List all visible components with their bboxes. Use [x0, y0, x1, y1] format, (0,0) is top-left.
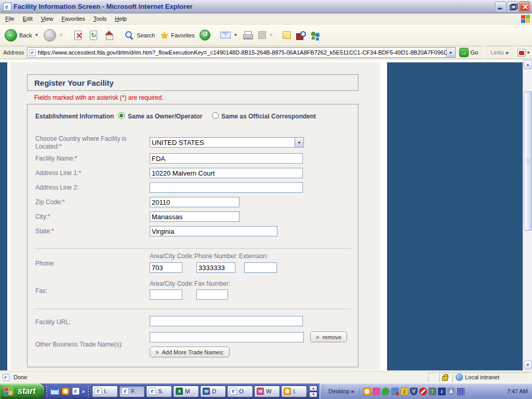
- forward-button[interactable]: ▼: [41, 26, 65, 45]
- scroll-down-icon[interactable]: ▼: [524, 361, 532, 369]
- phone-area-code-input[interactable]: [150, 262, 182, 273]
- quick-launch-clock-button[interactable]: [60, 385, 71, 397]
- task-button-1[interactable]: I.: [92, 385, 118, 397]
- task-button-8[interactable]: I.: [281, 385, 307, 397]
- phone-number-input[interactable]: [196, 262, 235, 273]
- country-dropdown-icon[interactable]: ▼: [295, 138, 303, 147]
- show-desktop-button[interactable]: [50, 385, 60, 397]
- history-button[interactable]: [197, 26, 213, 45]
- back-button[interactable]: Back ▼: [2, 26, 41, 45]
- zip-code-input[interactable]: [150, 197, 240, 207]
- discuss-button[interactable]: [280, 26, 294, 45]
- menu-help[interactable]: Help: [111, 15, 131, 23]
- mail-dropdown-icon[interactable]: ▼: [233, 33, 237, 37]
- taskband-scroll-up-icon[interactable]: ▲: [309, 385, 317, 391]
- address-url: https://www.accesstest.fda.gov/drlm/drlm…: [37, 49, 446, 56]
- page-viewport: Register Your Facility Fields marked wit…: [0, 59, 532, 370]
- refresh-button[interactable]: [86, 26, 101, 45]
- ie-window-icon[interactable]: [3, 3, 11, 11]
- trade-name-input[interactable]: [150, 332, 304, 342]
- menu-tools[interactable]: Tools: [89, 15, 111, 23]
- tray-clock-icon[interactable]: [363, 388, 371, 395]
- back-dropdown-icon[interactable]: ▼: [34, 33, 38, 37]
- tray-update-icon[interactable]: [429, 388, 436, 395]
- start-button[interactable]: start: [0, 383, 44, 399]
- toolbar-separator: [215, 28, 216, 43]
- address-bar: Address https://www.accesstest.fda.gov/d…: [0, 46, 532, 59]
- state-input[interactable]: [150, 226, 277, 236]
- address-dropdown-icon[interactable]: ▼: [446, 48, 455, 57]
- vertical-scrollbar[interactable]: ▲ ▼: [523, 59, 532, 370]
- menu-view[interactable]: View: [37, 15, 58, 23]
- mail-icon: [220, 32, 231, 38]
- desktop-chevron-icon[interactable]: »: [351, 388, 354, 394]
- links-chevron-icon[interactable]: »: [506, 49, 509, 56]
- taskband-grip[interactable]: [87, 385, 90, 397]
- forward-dropdown-icon: ▼: [59, 33, 63, 37]
- quick-launch-chevron-icon[interactable]: »: [81, 389, 86, 394]
- adobe-pdf-icon[interactable]: [517, 49, 526, 57]
- desktop-toolbar-grip[interactable]: [322, 385, 325, 397]
- task-button-2-active[interactable]: F.: [119, 385, 145, 397]
- tray-info-icon[interactable]: [438, 388, 446, 395]
- start-label: start: [18, 387, 36, 396]
- taskband-scroll-control[interactable]: ▲ ▼: [309, 385, 317, 397]
- taskband-scroll-down-icon[interactable]: ▼: [309, 392, 317, 397]
- tray-key-icon[interactable]: [401, 388, 408, 395]
- menu-file[interactable]: File: [1, 15, 19, 23]
- country-select[interactable]: UNITED STATES ▼: [150, 137, 304, 148]
- print-button[interactable]: [240, 26, 256, 45]
- quick-launch-grip[interactable]: [46, 385, 48, 397]
- search-button[interactable]: Search: [122, 26, 157, 45]
- task-button-5[interactable]: WD: [200, 385, 226, 397]
- facility-url-input[interactable]: [150, 316, 303, 326]
- tray-users-offline-icon[interactable]: [391, 388, 399, 395]
- tray-display-icon[interactable]: [457, 388, 464, 395]
- go-button[interactable]: → Go: [456, 48, 482, 57]
- phone-extension-input[interactable]: [244, 262, 277, 273]
- ie-icon: [230, 388, 237, 395]
- task-button-4[interactable]: XM: [173, 385, 199, 397]
- tray-balloon-icon[interactable]: [382, 388, 390, 395]
- fax-number-input[interactable]: [196, 289, 228, 300]
- same-as-owner-label: Same as Owner/Operator: [128, 113, 202, 120]
- menu-favorites[interactable]: Favorites: [57, 15, 89, 23]
- stop-button[interactable]: [70, 26, 86, 45]
- messenger-button[interactable]: [308, 26, 324, 45]
- task-button-7[interactable]: WW: [254, 385, 280, 397]
- address-line1-input[interactable]: [150, 168, 303, 178]
- same-as-owner-radio[interactable]: [118, 112, 125, 119]
- tray-app-icon[interactable]: [373, 388, 380, 395]
- tray-antivirus-icon[interactable]: [410, 388, 418, 395]
- tray-security-shield-icon[interactable]: [447, 388, 455, 395]
- restore-button[interactable]: [507, 2, 518, 12]
- task-button-3[interactable]: S.: [146, 385, 172, 397]
- phone-area-code-label: Area/City Code:: [150, 252, 194, 260]
- zone-panel: Local intranet: [453, 373, 530, 382]
- mail-button[interactable]: ▼: [218, 26, 240, 45]
- close-button[interactable]: [519, 2, 530, 12]
- address-input[interactable]: https://www.accesstest.fda.gov/drlm/drlm…: [27, 47, 455, 58]
- intranet-globe-icon: [456, 374, 463, 381]
- facility-name-input[interactable]: [150, 153, 303, 164]
- pdf-dropdown-icon[interactable]: ▼: [526, 50, 530, 55]
- desktop-toolbar-label[interactable]: Desktop: [328, 388, 349, 394]
- same-as-correspondent-radio[interactable]: [212, 112, 219, 119]
- browser-window: Facility Information Screen - Microsoft …: [0, 0, 532, 399]
- home-button[interactable]: [101, 26, 117, 45]
- research-button[interactable]: [294, 26, 308, 45]
- minimize-button[interactable]: [495, 2, 506, 12]
- remove-trade-name-button[interactable]: > remove: [310, 331, 347, 342]
- tray-blocked-icon[interactable]: [419, 388, 427, 395]
- links-toolbar[interactable]: Links »: [486, 49, 513, 56]
- menu-edit[interactable]: Edit: [19, 15, 37, 23]
- scroll-up-icon[interactable]: ▲: [524, 60, 532, 69]
- task-button-6[interactable]: O: [227, 385, 253, 397]
- address-line2-input[interactable]: [150, 182, 303, 193]
- scrollbar-thumb[interactable]: [524, 91, 532, 231]
- city-input[interactable]: [150, 211, 240, 222]
- add-more-trade-names-button[interactable]: > Add More Trade Names:: [150, 347, 230, 357]
- fax-area-code-input[interactable]: [150, 289, 182, 300]
- quick-launch-ie-button[interactable]: [71, 385, 81, 397]
- favorites-button[interactable]: ★ Favorites: [157, 26, 197, 45]
